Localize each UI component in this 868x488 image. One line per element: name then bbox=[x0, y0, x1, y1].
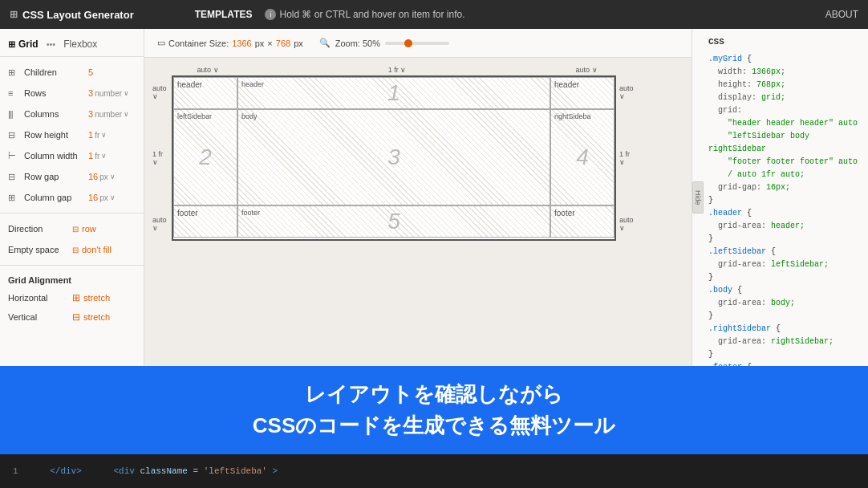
code-line: 1 </div> <div className = 'leftSideba' > bbox=[13, 466, 278, 476]
tab-flexbox[interactable]: Flexbox bbox=[63, 39, 97, 50]
canvas-area: ▭ Container Size: 1366 px × 768 px 🔍 Zoo… bbox=[144, 29, 692, 366]
v-align-icon: ⊟ bbox=[72, 311, 80, 323]
col-gap-icon: ⊞ bbox=[8, 193, 24, 203]
prop-row-height: ⊟ Row height 1 fr ∨ bbox=[0, 124, 144, 145]
cell-right[interactable]: rightSideba 4 bbox=[550, 109, 614, 205]
top-ruler: auto ∨ 1 fr ∨ auto ∨ bbox=[172, 66, 683, 74]
row-gap-icon: ⊟ bbox=[8, 172, 24, 182]
about-btn[interactable]: ABOUT bbox=[825, 9, 858, 20]
top-nav: TEMPLATES i Hold ⌘ or CTRL and hover on … bbox=[195, 9, 465, 20]
right-panel: Hide CSS .myGrid { width: 1366px; height… bbox=[692, 29, 868, 366]
rh-arrow: ∨ bbox=[101, 131, 107, 139]
top-bar: ⊞ CSS Layout Generator TEMPLATES i Hold … bbox=[0, 0, 868, 29]
right-ruler-row1[interactable]: auto ∨ bbox=[619, 75, 635, 109]
grid-tab-icon: ⊞ bbox=[8, 39, 15, 50]
container-icon: ▭ bbox=[157, 38, 165, 48]
tab-separator: ••• bbox=[47, 39, 56, 49]
right-ruler-row2[interactable]: 1 fr ∨ bbox=[619, 109, 635, 207]
container-size: ▭ Container Size: 1366 px × 768 px bbox=[157, 38, 303, 48]
grid-with-ruler: auto ∨ 1 fr ∨ auto ∨ header bbox=[152, 75, 683, 241]
left-panel: ⊞ Grid ••• Flexbox ⊞ Children 5 ≡ Rows 3… bbox=[0, 29, 144, 366]
banner-line2: CSSのコードを生成できる無料ツール bbox=[253, 412, 615, 440]
prop-col-width: ⊢ Column width 1 fr ∨ bbox=[0, 145, 144, 166]
prop-columns: ||| Columns 3 number ∨ bbox=[0, 104, 144, 124]
vertical-align-row: Vertical ⊟ stretch bbox=[8, 307, 136, 327]
cols-arrow: ∨ bbox=[124, 110, 129, 118]
row-height-icon: ⊟ bbox=[8, 130, 24, 140]
right-ruler: auto ∨ 1 fr ∨ auto ∨ bbox=[616, 75, 635, 241]
section-divider bbox=[0, 213, 144, 214]
children-icon: ⊞ bbox=[8, 67, 24, 78]
empty-space-icon: ⊟ bbox=[72, 246, 79, 254]
bottom-code-area: 1 </div> <div className = 'leftSideba' > bbox=[0, 454, 868, 488]
prop-children: ⊞ Children 5 bbox=[0, 62, 144, 83]
cell-left[interactable]: leftSidebar 2 bbox=[173, 109, 237, 205]
left-ruler: auto ∨ 1 fr ∨ auto ∨ bbox=[152, 75, 172, 241]
info-icon: i bbox=[265, 9, 276, 20]
canvas-content: auto ∨ 1 fr ∨ auto ∨ auto ∨ bbox=[144, 58, 692, 249]
cell-header1[interactable]: header bbox=[173, 77, 237, 109]
templates-btn[interactable]: TEMPLATES bbox=[195, 9, 253, 20]
tab-row: ⊞ Grid ••• Flexbox bbox=[0, 35, 144, 57]
banner: レイアウトを確認しながら CSSのコードを生成できる無料ツール bbox=[0, 366, 868, 454]
col-width-icon: ⊢ bbox=[8, 151, 24, 161]
banner-line1: レイアウトを確認しながら bbox=[305, 380, 563, 409]
empty-space-row: Empty space ⊟ don't fill bbox=[0, 239, 144, 260]
grid-container: header header 1 header leftSidebar 2 bbox=[172, 75, 616, 241]
ruler-row2[interactable]: 1 fr ∨ bbox=[152, 109, 168, 207]
horizontal-align-row: Horizontal ⊞ stretch bbox=[8, 288, 136, 307]
hide-button[interactable]: Hide bbox=[692, 181, 704, 214]
cell-footer2[interactable]: footer 5 bbox=[237, 205, 550, 238]
grid-alignment-section: Grid Alignment Horizontal ⊞ stretch Vert… bbox=[0, 270, 144, 330]
rg-arrow: ∨ bbox=[110, 173, 116, 181]
section-divider-2 bbox=[0, 265, 144, 266]
cell-header3[interactable]: header bbox=[550, 77, 614, 109]
ruler-col2[interactable]: 1 fr ∨ bbox=[241, 66, 554, 74]
cell-footer3[interactable]: footer bbox=[550, 205, 614, 238]
zoom-control: 🔍 Zoom: 50% bbox=[319, 38, 449, 48]
direction-icon: ⊟ bbox=[72, 225, 79, 234]
prop-rows: ≡ Rows 3 number ∨ bbox=[0, 83, 144, 104]
css-code: .myGrid { width: 1366px; height: 768px; … bbox=[708, 53, 862, 366]
cell-header2[interactable]: header 1 bbox=[237, 77, 550, 109]
h-align-icon: ⊞ bbox=[72, 292, 80, 303]
ruler-col3[interactable]: auto ∨ bbox=[554, 66, 619, 74]
app-icon: ⊞ bbox=[10, 9, 18, 20]
columns-icon: ||| bbox=[8, 109, 24, 119]
ruler-col1[interactable]: auto ∨ bbox=[175, 66, 241, 74]
zoom-thumb[interactable] bbox=[404, 39, 412, 47]
rows-icon: ≡ bbox=[8, 88, 24, 98]
css-panel: CSS .myGrid { width: 1366px; height: 768… bbox=[692, 29, 868, 366]
ruler-top-segments: auto ∨ 1 fr ∨ auto ∨ bbox=[175, 66, 619, 74]
zoom-icon: 🔍 bbox=[319, 38, 331, 48]
app-title: ⊞ CSS Layout Generator bbox=[10, 9, 134, 21]
grid-align-title: Grid Alignment bbox=[8, 275, 136, 285]
cell-footer1[interactable]: footer bbox=[173, 205, 237, 238]
ruler-row3[interactable]: auto ∨ bbox=[152, 207, 168, 241]
ruler-row1[interactable]: auto ∨ bbox=[152, 75, 168, 109]
info-text: i Hold ⌘ or CTRL and hover on item for i… bbox=[265, 9, 464, 20]
prop-col-gap: ⊞ Column gap 16 px ∨ bbox=[0, 187, 144, 208]
tab-grid[interactable]: ⊞ Grid bbox=[8, 39, 39, 50]
cg-arrow: ∨ bbox=[110, 193, 116, 201]
main-layout: ⊞ Grid ••• Flexbox ⊞ Children 5 ≡ Rows 3… bbox=[0, 29, 868, 366]
cell-body[interactable]: body 3 bbox=[237, 109, 550, 205]
css-title: CSS bbox=[708, 35, 862, 50]
rows-arrow: ∨ bbox=[124, 89, 129, 97]
right-ruler-row3[interactable]: auto ∨ bbox=[619, 207, 635, 241]
zoom-slider[interactable] bbox=[385, 42, 449, 45]
cw-arrow: ∨ bbox=[101, 152, 107, 160]
canvas-toolbar: ▭ Container Size: 1366 px × 768 px 🔍 Zoo… bbox=[144, 29, 692, 58]
direction-row: Direction ⊟ row bbox=[0, 218, 144, 239]
prop-row-gap: ⊟ Row gap 16 px ∨ bbox=[0, 166, 144, 187]
